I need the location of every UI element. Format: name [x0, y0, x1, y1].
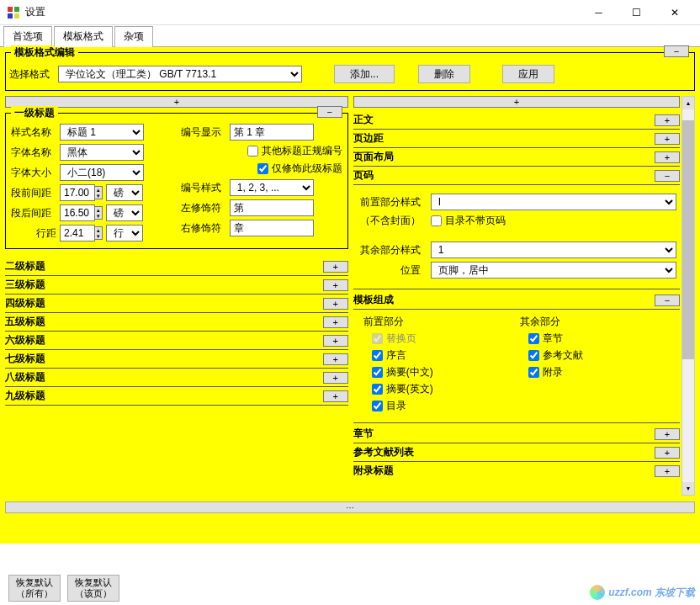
- svg-rect-2: [8, 13, 13, 19]
- level2-expand[interactable]: +: [323, 261, 348, 273]
- other-part-label: 其余部分: [520, 315, 676, 329]
- num-display-input[interactable]: [230, 124, 314, 141]
- num-style-label: 编号样式: [181, 181, 226, 195]
- level7-header: 七级标题+: [5, 352, 348, 369]
- reset-this-button[interactable]: 恢复默认 （该页）: [67, 575, 119, 602]
- level9-expand[interactable]: +: [323, 390, 348, 402]
- minimize-button[interactable]: ─: [580, 0, 618, 25]
- scroll-down-icon[interactable]: ▾: [682, 482, 694, 495]
- margin-expand[interactable]: +: [655, 133, 680, 145]
- other-style-label: 其余部分样式: [360, 243, 427, 257]
- add-button[interactable]: 添加...: [334, 65, 395, 83]
- close-button[interactable]: ✕: [655, 0, 693, 25]
- num-style-select[interactable]: 1, 2, 3, ...: [230, 179, 314, 196]
- refs-checkbox[interactable]: 参考文献: [528, 348, 676, 363]
- level5-expand[interactable]: +: [323, 316, 348, 328]
- footer: 恢复默认 （所有） 恢复默认 （该页） uzzf.com 东坡下载: [0, 571, 700, 605]
- tab-preferences[interactable]: 首选项: [3, 26, 52, 47]
- margin-header: 页边距+: [353, 131, 680, 148]
- only-this-checkbox[interactable]: 仅修饰此级标题: [257, 162, 342, 176]
- left-deco-label: 左修饰符: [181, 201, 226, 215]
- format-edit-section: 模板格式编辑 − 选择格式 学位论文（理工类） GB/T 7713.1 添加..…: [5, 52, 695, 91]
- toc-checkbox[interactable]: 目录: [372, 399, 520, 413]
- right-scrollbar[interactable]: ▴ ▾: [681, 96, 695, 496]
- chapter-sec-header: 章节+: [353, 427, 680, 443]
- compose-collapse[interactable]: −: [655, 295, 680, 306]
- body-expand[interactable]: +: [655, 114, 680, 126]
- space-after-unit[interactable]: 磅: [106, 204, 143, 221]
- other-title-checkbox[interactable]: 其他标题正规编号: [247, 144, 342, 158]
- format-edit-collapse[interactable]: −: [664, 45, 689, 57]
- line-spacing-label: 行距: [11, 226, 56, 241]
- level8-expand[interactable]: +: [323, 372, 348, 384]
- level6-header: 六级标题+: [5, 333, 348, 350]
- style-name-select[interactable]: 标题 1: [60, 124, 144, 141]
- space-after-label: 段后间距: [11, 206, 56, 220]
- format-edit-title: 模板格式编辑: [11, 45, 78, 60]
- font-name-label: 字体名称: [11, 146, 56, 160]
- level3-header: 三级标题+: [5, 278, 348, 295]
- app-icon: [7, 6, 20, 19]
- level7-expand[interactable]: +: [323, 353, 348, 365]
- front-style-select[interactable]: I: [431, 194, 676, 210]
- space-before-spinner[interactable]: ▴▾: [60, 184, 103, 201]
- level5-header: 五级标题+: [5, 315, 348, 332]
- window-title: 设置: [25, 5, 580, 19]
- font-size-label: 字体大小: [11, 166, 56, 180]
- preface-checkbox[interactable]: 序言: [372, 348, 520, 363]
- chapter-sec-expand[interactable]: +: [655, 428, 680, 440]
- scroll-up-icon[interactable]: ▴: [682, 97, 694, 109]
- replace-page-checkbox[interactable]: 替换页: [372, 332, 520, 346]
- no-pagenum-checkbox[interactable]: 目录不带页码: [431, 214, 506, 228]
- space-before-label: 段前间距: [11, 186, 56, 200]
- num-display-label: 编号显示: [181, 125, 226, 140]
- appendix-checkbox[interactable]: 附录: [528, 365, 676, 379]
- level9-header: 九级标题+: [5, 389, 348, 406]
- other-style-select[interactable]: 1: [431, 241, 676, 258]
- level2-header: 二级标题+: [5, 259, 348, 276]
- ref-list-expand[interactable]: +: [655, 447, 680, 459]
- chapter-checkbox[interactable]: 章节: [528, 332, 676, 346]
- maximize-button[interactable]: ☐: [618, 0, 655, 25]
- space-after-spinner[interactable]: ▴▾: [60, 204, 103, 221]
- space-before-unit[interactable]: 磅: [106, 184, 143, 201]
- level1-collapse[interactable]: −: [317, 106, 342, 118]
- tab-template-format[interactable]: 模板格式: [54, 26, 113, 47]
- select-format-dropdown[interactable]: 学位论文（理工类） GB/T 7713.1: [58, 66, 302, 82]
- pos-select[interactable]: 页脚，居中: [431, 262, 676, 279]
- watermark: uzzf.com 东坡下载: [590, 585, 695, 600]
- title-bar: 设置 ─ ☐ ✕: [0, 0, 700, 25]
- compose-header: 模板组成−: [353, 293, 680, 310]
- layout-expand[interactable]: +: [655, 151, 680, 163]
- level4-header: 四级标题+: [5, 296, 348, 313]
- svg-rect-3: [14, 13, 19, 19]
- left-deco-input[interactable]: [230, 199, 314, 216]
- reset-all-button[interactable]: 恢复默认 （所有）: [8, 575, 61, 602]
- layout-header: 页面布局+: [353, 150, 680, 167]
- right-add-bar[interactable]: +: [353, 96, 680, 108]
- abstract-en-checkbox[interactable]: 摘要(英文): [372, 382, 520, 396]
- pagenum-collapse[interactable]: −: [655, 170, 680, 182]
- level4-expand[interactable]: +: [323, 298, 348, 310]
- level3-expand[interactable]: +: [323, 279, 348, 291]
- front-style-label: 前置部分样式: [360, 195, 427, 210]
- font-name-select[interactable]: 黑体: [60, 144, 144, 161]
- pos-label: 位置: [360, 263, 427, 278]
- font-size-select[interactable]: 小二(18): [60, 164, 144, 181]
- line-spacing-unit[interactable]: 行: [106, 225, 143, 241]
- appendix-title-expand[interactable]: +: [655, 465, 680, 477]
- pagenum-header: 页码−: [353, 168, 680, 185]
- right-deco-label: 右修饰符: [181, 221, 226, 236]
- bottom-expand-bar[interactable]: ⋯: [5, 502, 695, 513]
- line-spacing-spinner[interactable]: ▴▾: [60, 225, 103, 241]
- no-cover-label: （不含封面）: [360, 214, 427, 228]
- delete-button[interactable]: 删除: [418, 65, 470, 83]
- level6-expand[interactable]: +: [323, 335, 348, 347]
- right-deco-input[interactable]: [230, 220, 314, 236]
- abstract-cn-checkbox[interactable]: 摘要(中文): [372, 365, 520, 379]
- level1-section: 一级标题 − 样式名称标题 1 字体名称黑体 字体大小小二(18) 段前间距 ▴…: [5, 113, 348, 249]
- apply-button[interactable]: 应用: [502, 65, 554, 83]
- scroll-thumb[interactable]: [682, 120, 694, 359]
- tab-misc[interactable]: 杂项: [114, 26, 153, 47]
- level8-header: 八级标题+: [5, 370, 348, 387]
